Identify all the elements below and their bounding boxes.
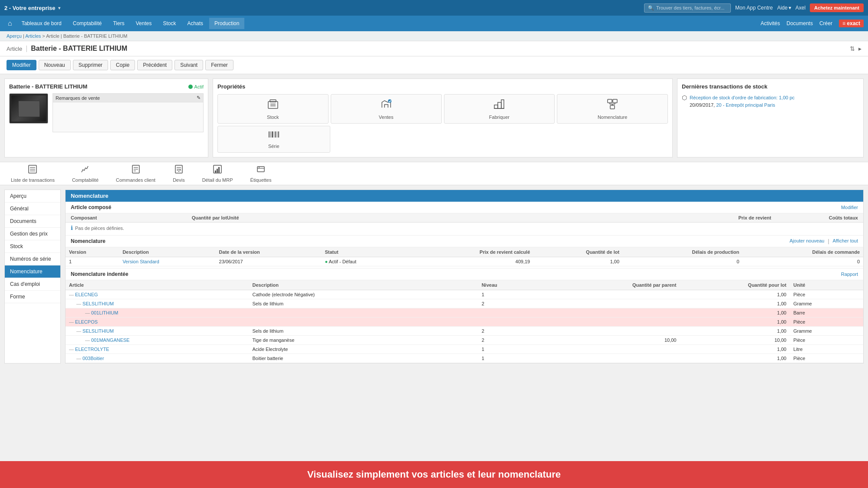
indent-header-qty-lot: Quantité pour lot: [680, 280, 790, 290]
indent-desc: Boitier batterie: [249, 354, 478, 363]
sidebar-item-stock[interactable]: Stock: [5, 240, 60, 253]
nav-documents[interactable]: Documents: [786, 20, 813, 26]
modifier-compose-link[interactable]: Modifier: [841, 205, 858, 210]
indent-code: — 001MANGANESE: [66, 336, 249, 345]
header-cout: Coûts totaux: [815, 215, 858, 220]
aide-button[interactable]: Aide ▾: [777, 5, 791, 11]
supprimer-button[interactable]: Supprimer: [73, 60, 108, 70]
home-icon[interactable]: ⌂: [4, 17, 16, 30]
table-row[interactable]: — 003Boitier Boitier batterie 1 1,00 Piè…: [66, 354, 863, 363]
page-label: Article: [7, 46, 22, 52]
sort-icon[interactable]: ⇅: [850, 45, 855, 52]
nom-header-prix: Prix de revient calculé: [407, 247, 534, 257]
breadcrumb-articles[interactable]: Articles: [25, 33, 41, 39]
notes-edit-icon[interactable]: ✎: [197, 95, 201, 101]
article-image[interactable]: [9, 93, 48, 124]
table-row[interactable]: — ELECPOS 1,00 Pièce: [66, 318, 863, 327]
breadcrumb-apercu[interactable]: Aperçu: [7, 33, 22, 39]
tab-etiquettes[interactable]: Étiquettes: [246, 162, 276, 186]
header-composant: Composant: [71, 215, 166, 220]
global-search[interactable]: 🔍: [644, 3, 731, 13]
notes-input[interactable]: [53, 102, 204, 132]
sidebar-item-apercu[interactable]: Aperçu: [5, 190, 60, 203]
indent-desc: Tige de manganèse: [249, 336, 478, 345]
achetez-button[interactable]: Achetez maintenant: [810, 3, 864, 12]
ajouter-nouveau-link[interactable]: Ajouter nouveau: [789, 238, 824, 244]
nom-header-version: Version: [66, 247, 119, 257]
tab-commandes-client[interactable]: Commandes client: [112, 162, 160, 186]
devis-icon: [174, 164, 184, 176]
tab-devis[interactable]: Devis: [168, 162, 189, 186]
indent-header-article: Article: [66, 280, 249, 290]
sidebar-item-gestion-prix[interactable]: Gestion des prix: [5, 228, 60, 240]
tab-detail-mrp[interactable]: Détail du MRP: [198, 162, 237, 186]
sidebar-item-cas-emploi[interactable]: Cas d'emploi: [5, 278, 60, 291]
nav-stock[interactable]: Stock: [158, 18, 181, 29]
sidebar-item-nomenclature[interactable]: Nomenclature: [5, 265, 60, 278]
nav-tiers[interactable]: Tiers: [108, 18, 129, 29]
sidebar-item-documents[interactable]: Documents: [5, 215, 60, 228]
tab-label-devis: Devis: [173, 177, 185, 183]
indent-qty-lot: 1,00: [680, 327, 790, 336]
prop-nomenclature[interactable]: Nomenclature: [557, 94, 668, 124]
nouveau-button[interactable]: Nouveau: [39, 60, 71, 70]
nav-production[interactable]: Production: [209, 18, 244, 29]
fermer-button[interactable]: Fermer: [205, 60, 233, 70]
svg-rect-0: [268, 102, 278, 108]
modifier-button[interactable]: Modifier: [7, 60, 36, 70]
prop-fabriquer[interactable]: Fabriquer: [444, 94, 555, 124]
table-row[interactable]: — SELSLITHIUM Sels de lithium 2 1,00 Gra…: [66, 299, 863, 308]
precedent-button[interactable]: Précédent: [137, 60, 172, 70]
tab-label-mrp: Détail du MRP: [202, 177, 233, 183]
nom-description-link[interactable]: Version Standard: [122, 259, 159, 264]
sidebar-item-general[interactable]: Général: [5, 203, 60, 215]
user-name: Axel: [796, 5, 806, 11]
nom-header-qty-lot: Quantité de lot: [533, 247, 623, 257]
header-qty: Quantité par lot: [166, 215, 227, 220]
nav-activites[interactable]: Activités: [761, 20, 780, 26]
comptabilite-icon: [80, 164, 90, 176]
afficher-tout-link[interactable]: Afficher tout: [833, 238, 858, 244]
nav-ventes[interactable]: Ventes: [131, 18, 157, 29]
table-row[interactable]: — 001MANGANESE Tige de manganèse 2 10,00…: [66, 336, 863, 345]
nav-comptabilite[interactable]: Comptabilité: [68, 18, 107, 29]
tab-comptabilite[interactable]: Comptabilité: [68, 162, 103, 186]
table-row[interactable]: 1 Version Standard 23/06/2017 ● Actif - …: [66, 257, 863, 266]
indent-desc: Sels de lithium: [249, 327, 478, 336]
notes-header: Remarques de vente ✎: [53, 93, 204, 102]
transaction-icon: ⬡: [682, 94, 687, 101]
table-row[interactable]: — ELECTROLYTE Acide Electrolyte 1 1,00 L…: [66, 345, 863, 354]
rapport-link[interactable]: Rapport: [841, 272, 858, 277]
sidebar-item-forme[interactable]: Forme: [5, 291, 60, 303]
search-input[interactable]: [656, 5, 726, 10]
prop-serie[interactable]: Série: [217, 126, 330, 153]
copie-button[interactable]: Copie: [110, 60, 135, 70]
section-title: Nomenclature: [71, 193, 108, 199]
mon-app-centre-link[interactable]: Mon App Centre: [735, 5, 773, 11]
nav-creer[interactable]: Créer: [819, 20, 832, 26]
prop-ventes[interactable]: Ventes: [331, 94, 442, 124]
indent-qty-lot: 1,00: [680, 299, 790, 308]
nav-achats[interactable]: Achats: [182, 18, 208, 29]
indent-unite: Pièce: [790, 290, 863, 299]
table-row[interactable]: — ELECNEG Cathode (electrode Négative) 1…: [66, 290, 863, 299]
indent-desc: Cathode (electrode Négative): [249, 290, 478, 299]
table-row[interactable]: — SELSLITHIUM Sels de lithium 2 1,00 Gra…: [66, 327, 863, 336]
sidebar-item-numeros-serie[interactable]: Numéros de série: [5, 253, 60, 265]
company-selector[interactable]: 2 - Votre entreprise ▾: [4, 5, 60, 11]
action-bar: Modifier Nouveau Supprimer Copie Précéde…: [0, 56, 868, 74]
indent-qty-parent: [552, 290, 680, 299]
transaction-location-link[interactable]: 20 - Entrepôt principal Paris: [716, 102, 775, 108]
svg-rect-22: [278, 131, 279, 138]
transaction-link1[interactable]: Réception de stock d'ordre de fabricatio…: [690, 95, 795, 100]
prop-stock[interactable]: Stock: [217, 94, 329, 124]
svg-rect-19: [274, 131, 274, 138]
nav-tableaux-de-bord[interactable]: Tableaux de bord: [16, 18, 67, 29]
expand-icon[interactable]: ▸: [858, 45, 861, 52]
tab-liste-transactions[interactable]: Liste de transactions: [7, 162, 59, 186]
subsection3-title: Nomenclature indentée: [71, 271, 128, 277]
indent-qty-parent: [552, 308, 680, 318]
suivant-button[interactable]: Suivant: [174, 60, 203, 70]
table-row[interactable]: — 001LITHIUM 1,00 Barre: [66, 308, 863, 318]
ventes-icon: [380, 98, 392, 113]
